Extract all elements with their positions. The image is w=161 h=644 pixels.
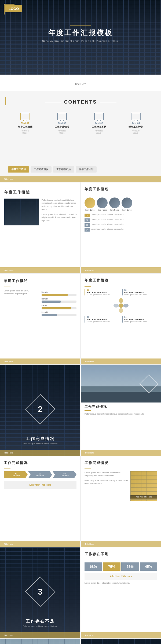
slide-3-title: 年度工作概述: [4, 190, 30, 195]
img-bld-overlay: [4, 199, 39, 225]
quad-2-num: 02: [124, 289, 158, 291]
contents-title: CONTENTS: [64, 99, 97, 105]
circle-img-1: [85, 197, 95, 208]
slide-4b-title: 年度工作概述: [85, 278, 157, 283]
header-line-left: [45, 102, 61, 102]
item-num-2: 02: [85, 218, 90, 222]
content-item-2: Text 02 工作完成情况 详细说明 请输入: [45, 113, 79, 135]
slide-4-content: 年度工作概述 Lorem ipsum dolor sit amet, conse…: [4, 279, 76, 318]
slide-6-content: 工作完成情况 01 Title Here 02 Title Here 03 Ti…: [4, 460, 76, 489]
arrow-steps: 01 Title Here 02 Title Here 03 Title Her…: [4, 471, 76, 478]
nav-pill-2[interactable]: 工作完成情况: [31, 166, 52, 173]
bar-2: Item B: [42, 298, 77, 303]
item-text-3: Lorem ipsum dolor sit amet consectetur: [91, 223, 124, 225]
step-3-num: 03: [54, 473, 75, 475]
slide-5b-title: 工作完成情况: [85, 405, 157, 409]
quad-row-1: 01 Add Your Title Here Lorem ipsum dolor…: [85, 289, 157, 295]
circle-3: Item Name: [109, 197, 120, 211]
item-2-sub: 详细说明: [45, 129, 79, 132]
step-2: 02 Title Here: [28, 471, 52, 478]
slide-3b-title: 年度工作概述: [85, 187, 157, 192]
slide-7b-title: 工作存在不足: [85, 552, 157, 557]
slide-4-bars: Item A Item B Item C: [42, 289, 77, 318]
slide-6b-left: Lorem ipsum dolor sit amet, consectetur …: [85, 471, 128, 501]
slide-5b-footer: Title Here: [81, 450, 161, 456]
slide-3b-footer: Title Here: [81, 267, 161, 273]
circle-label-3: Item Name: [109, 209, 120, 211]
slide-5b-content: 工作完成情况 Pellentesque habitant morbi trist…: [85, 405, 157, 415]
row-3: 年度工作概述 Pellentesque habitant morbi trist…: [0, 182, 161, 273]
circle-label-4: Item Name: [122, 209, 132, 211]
slide-5-sub: Pellentesque habitant morbi tristique: [0, 442, 80, 445]
slide-4b-content: 年度工作概述 01 Add Your Title Here Lorem ipsu…: [85, 278, 157, 323]
item-3-sub: 详细说明: [82, 129, 116, 132]
nav-pill-4[interactable]: 明年工作计划: [76, 166, 97, 173]
icon-monitor-4: [131, 113, 141, 120]
item-text-4: Lorem ipsum dolor sit amet consectetur: [91, 228, 124, 230]
pct-bars: 68% 75% 53% 45%: [85, 562, 157, 571]
nav-pills: 年度工作概述 工作完成情况 工作存在不足 明年工作计划: [8, 166, 153, 173]
slide-9-bld: [81, 639, 161, 644]
slide-7-footer: Title Here: [0, 632, 80, 638]
nav-pill-3[interactable]: 工作存在不足: [53, 166, 74, 173]
slide-4-text: Lorem ipsum dolor sit amet, consectetur …: [4, 289, 39, 295]
slide-7-title: 工作存在不足: [0, 619, 80, 624]
slide-6-title: 工作完成情况: [4, 460, 76, 465]
slide-6b-content: 工作完成情况 Lorem ipsum dolor sit amet, conse…: [85, 460, 157, 501]
slide-5b-body: Pellentesque habitant morbi tristique se…: [85, 412, 157, 415]
circle-img-3: [109, 197, 120, 208]
content-item-3: Text 03 工作存在不足 详细说明 请输入: [82, 113, 116, 135]
contents-items: Text 01 年度工作概述 详细说明 请输入 Text 02 工作完成情况 详…: [8, 113, 153, 135]
slide-5-dark: 2 工作完成情况 Pellentesque habitant morbi tri…: [0, 365, 80, 456]
subtitle-text: Nunc viverra imperdiet enim. Fusce est. …: [0, 40, 161, 42]
slide-6b-footer-text: Title Here: [85, 543, 94, 545]
pct-4-num: 45%: [140, 565, 157, 569]
item-2-sub2: 请输入: [45, 132, 79, 135]
quad-1: 01 Add Your Title Here Lorem ipsum dolor…: [85, 289, 120, 295]
item-row-2: 02 Lorem ipsum dolor sit amet consectetu…: [85, 218, 157, 222]
gold-bar-4b: [85, 286, 91, 287]
content-item-1: Text 01 年度工作概述 详细说明 请输入: [8, 113, 42, 135]
bar-fill-3: [42, 307, 71, 309]
item-row-1: 01 Lorem ipsum dolor sit amet consectetu…: [85, 214, 157, 217]
right-title-7b: Add Your Title Here: [87, 575, 155, 578]
geo-diamond-5: 2: [25, 394, 55, 424]
slide-3b-content: 年度工作概述 Item Name Item Name Item Name: [85, 187, 157, 232]
slide-5b-top-img: [81, 365, 161, 402]
item-num-3: 03: [85, 223, 90, 227]
bar-track-2: [42, 301, 77, 303]
icon-monitor-3: [94, 113, 104, 120]
slide-6-footer: Title Here: [0, 541, 80, 547]
slide-4: 年度工作概述 Lorem ipsum dolor sit amet, conse…: [0, 274, 80, 364]
item-1-num: Text 01: [8, 122, 42, 125]
gold-bar-3b: [85, 195, 91, 195]
slide-3-footer: Title Here: [0, 267, 80, 273]
pct-3: 53%: [121, 562, 139, 571]
slide-4b-footer: Title Here: [81, 358, 161, 364]
nav-pill-1[interactable]: 年度工作概述: [8, 166, 29, 173]
bar-track-4: [42, 314, 77, 316]
bar-3: Item C: [42, 304, 77, 309]
slide-5b: 工作完成情况 Pellentesque habitant morbi trist…: [81, 365, 161, 456]
right-label-box: Add Your Title Here: [130, 495, 157, 499]
bar-1: Item A: [42, 291, 77, 296]
section-num-7: 3: [38, 587, 43, 597]
step-2-num: 02: [29, 473, 51, 475]
quad-4-label: Add Your Title Here: [124, 318, 158, 321]
item-4-sub: 详细说明: [119, 129, 153, 132]
quad-1-label: Add Your Title Here: [87, 291, 120, 294]
quad-1-text: Lorem ipsum dolor sit amet: [87, 294, 120, 295]
slide-6b-body2: Pellentesque habitant morbi tristique se…: [85, 479, 128, 485]
slide-5b-footer-text: Title Here: [85, 452, 94, 454]
pct-2-num: 75%: [104, 565, 120, 569]
flower-svg: [113, 298, 129, 314]
quad-3: 03 Add Your Title Here Lorem ipsum dolor…: [85, 316, 120, 323]
quad-2: 02 Add Your Title Here Lorem ipsum dolor…: [122, 289, 158, 295]
slide-4-footer: Title Here: [0, 358, 80, 364]
main-title: 年度工作汇报模板: [0, 28, 161, 38]
slide-3-body2: Lorem ipsum dolor sit amet, consectetur …: [42, 213, 78, 222]
right-title-box: Add Your Title Here: [85, 573, 157, 580]
slide-5-labels: 工作完成情况 Pellentesque habitant morbi trist…: [0, 436, 80, 445]
slide-1-title-area: 年度工作汇报模板 Nunc viverra imperdiet enim. Fu…: [0, 25, 161, 42]
slide-5-footer-text: Title Here: [4, 452, 13, 454]
